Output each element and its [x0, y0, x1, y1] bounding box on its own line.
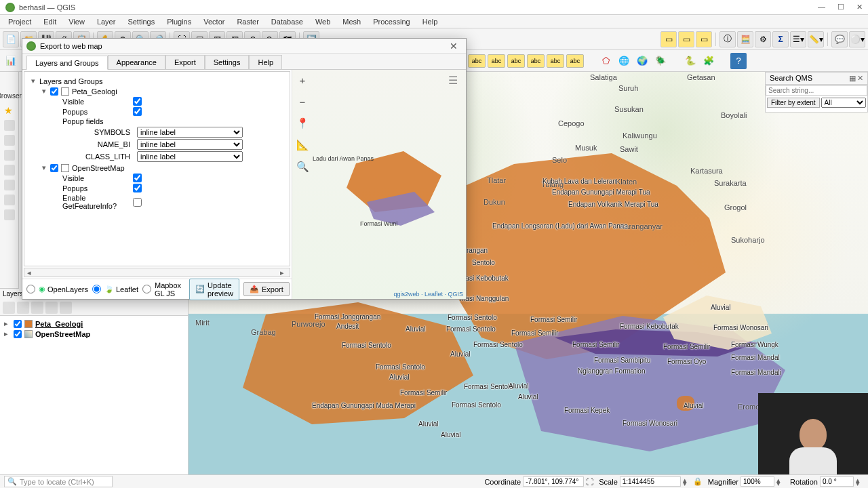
globe-1-icon[interactable]: 🌐 — [616, 53, 632, 69]
qms-search-input[interactable] — [766, 85, 867, 96]
popups-checkbox[interactable] — [133, 184, 142, 192]
qms-close-icon[interactable]: ✕ — [857, 74, 863, 83]
bug-icon[interactable]: 🪲 — [652, 53, 669, 69]
dialog-close-button[interactable]: ✕ — [446, 41, 462, 52]
tab-export[interactable]: Export — [165, 55, 205, 69]
exporter-mapbox[interactable]: Mapbox GL JS — [142, 281, 181, 298]
menu-raster[interactable]: Raster — [231, 16, 264, 27]
attr-table-icon[interactable]: ☰▾ — [790, 31, 806, 47]
menu-help[interactable]: Help — [417, 16, 443, 27]
extent-icon[interactable]: ⛶ — [586, 478, 593, 486]
layers-icon[interactable]: ☰ — [448, 74, 462, 87]
menu-layer[interactable]: Layer — [92, 16, 121, 27]
minimize-button[interactable]: — — [818, 3, 825, 12]
tab-appearance[interactable]: Appearance — [108, 55, 165, 69]
qms-grid-icon[interactable]: ▦ — [849, 74, 856, 83]
preview-map[interactable]: Ladu dari Awan Panas Formasi Wuni + − 📍 … — [292, 70, 466, 299]
help-icon[interactable]: ? — [730, 53, 747, 69]
lock-icon[interactable]: 🔒 — [693, 477, 703, 486]
python-icon[interactable]: 🐍 — [682, 53, 698, 69]
new-project-icon[interactable]: 📄 — [3, 31, 19, 47]
menu-processing[interactable]: Processing — [368, 16, 415, 27]
locator-input[interactable]: 🔍 Type to locate (Ctrl+K) — [4, 476, 113, 487]
zoom-out-icon[interactable]: − — [296, 96, 309, 108]
rail-icon[interactable] — [4, 209, 15, 220]
measure-icon[interactable]: 📏▾ — [808, 31, 824, 47]
layer-style-3-icon[interactable]: ▭ — [696, 31, 712, 47]
label-tool-2-icon[interactable]: abc — [468, 54, 486, 68]
stats-icon[interactable]: Σ — [772, 31, 789, 47]
rot-input[interactable] — [820, 476, 854, 487]
getfeature-checkbox[interactable] — [133, 198, 142, 207]
export-button[interactable]: 📤Export — [243, 282, 290, 296]
menu-vector[interactable]: Vector — [198, 16, 230, 27]
layer-add-icon[interactable] — [17, 302, 29, 314]
layer-style-2-icon[interactable]: ▭ — [678, 31, 694, 47]
layer-checkbox[interactable] — [14, 320, 22, 328]
menu-settings[interactable]: Settings — [122, 16, 160, 27]
qms-filter-extent-button[interactable]: Filter by extent — [767, 98, 820, 108]
layer-checkbox[interactable] — [14, 330, 22, 338]
tab-layers-groups[interactable]: Layers and Groups — [26, 56, 108, 70]
polygon-icon[interactable]: ⬠ — [597, 53, 614, 69]
field-namebi-select[interactable]: inline label — [137, 139, 243, 150]
mag-input[interactable] — [741, 476, 774, 487]
menu-mesh[interactable]: Mesh — [337, 16, 366, 27]
tree-hscroll[interactable]: ◂▸ — [24, 268, 290, 277]
label-tool-7-icon[interactable]: abc — [566, 54, 584, 68]
visible-checkbox[interactable] — [133, 174, 142, 182]
add-layer-icon[interactable]: 📊 — [3, 53, 19, 69]
layer-item-openstreetmap[interactable]: ▸ OpenStreetMap — [4, 329, 184, 339]
layer-checkbox[interactable] — [50, 87, 58, 96]
globe-2-icon[interactable]: 🌍 — [634, 53, 650, 69]
tab-help[interactable]: Help — [249, 55, 282, 69]
scale-input[interactable] — [620, 476, 681, 487]
favorite-icon[interactable]: ★ — [4, 105, 15, 116]
rail-icon[interactable] — [4, 165, 15, 176]
no-action-icon[interactable]: ⚪▾ — [849, 31, 865, 47]
menu-project[interactable]: Project — [3, 16, 37, 27]
label-tool-5-icon[interactable]: abc — [527, 54, 545, 68]
menu-database[interactable]: Database — [266, 16, 309, 27]
label-tool-6-icon[interactable]: abc — [547, 54, 564, 68]
field-classlith-select[interactable]: inline label — [137, 151, 243, 162]
layer-checkbox[interactable] — [50, 164, 58, 172]
exporter-openlayers[interactable]: ◉OpenLayers — [26, 285, 88, 293]
measure-icon[interactable]: 📐 — [296, 139, 309, 151]
expand-icon[interactable]: ▸ — [4, 319, 11, 328]
exporter-leaflet[interactable]: 🍃Leaflet — [92, 285, 138, 293]
label-tool-4-icon[interactable]: abc — [507, 54, 525, 68]
locate-icon[interactable]: 📍 — [296, 117, 309, 129]
field-calc-icon[interactable]: ⚙ — [755, 31, 771, 47]
layer-item-peta-geologi[interactable]: ▸ Peta_Geologi — [4, 319, 184, 329]
dialog-titlebar[interactable]: Export to web map ✕ — [22, 39, 466, 54]
menu-view[interactable]: View — [63, 16, 90, 27]
layer-filter-icon[interactable] — [3, 302, 15, 314]
zoom-in-icon[interactable]: + — [296, 74, 309, 86]
rail-icon[interactable] — [4, 180, 15, 190]
menu-web[interactable]: Web — [310, 16, 336, 27]
coord-input[interactable] — [523, 476, 584, 487]
label-tool-3-icon[interactable]: abc — [488, 54, 505, 68]
plugin-icon[interactable]: 🧩 — [701, 53, 717, 69]
rail-icon[interactable] — [4, 135, 15, 146]
tab-settings[interactable]: Settings — [205, 55, 250, 69]
expand-icon[interactable]: ▸ — [4, 329, 11, 338]
popups-checkbox[interactable] — [133, 107, 142, 116]
menu-plugins[interactable]: Plugins — [161, 16, 197, 27]
open-attr-table-icon[interactable]: 🧮 — [737, 31, 753, 47]
close-button[interactable]: ✕ — [856, 3, 863, 12]
rail-icon[interactable] — [4, 120, 15, 131]
search-icon[interactable]: 🔍 — [296, 161, 309, 173]
qms-filter-select[interactable]: All — [821, 98, 866, 108]
dialog-layer-tree[interactable]: ▾Layers and Groups ▾Peta_Geologi Visible… — [24, 71, 290, 266]
layer-style-1-icon[interactable]: ▭ — [660, 31, 677, 47]
layer-remove-icon[interactable] — [60, 302, 72, 314]
field-symbols-select[interactable]: inline label — [137, 127, 243, 138]
rail-icon[interactable] — [4, 150, 15, 161]
layers-tree[interactable]: ▸ Peta_Geologi ▸ OpenStreetMap — [0, 316, 188, 342]
map-tips-icon[interactable]: 💬 — [831, 31, 848, 47]
layer-collapse-icon[interactable] — [45, 302, 58, 314]
menu-edit[interactable]: Edit — [38, 16, 62, 27]
visible-checkbox[interactable] — [133, 97, 142, 106]
